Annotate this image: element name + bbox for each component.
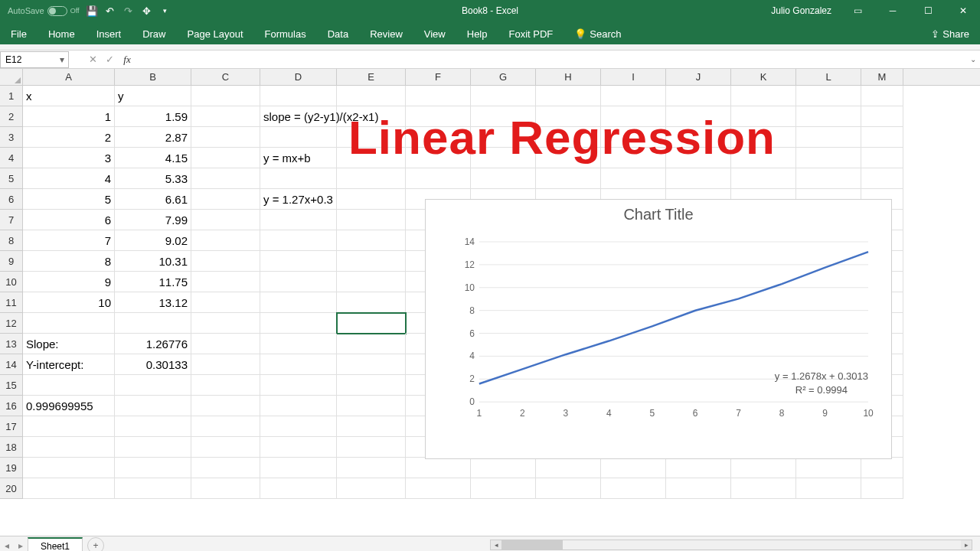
cell-C13[interactable]: [191, 334, 260, 354]
cell-D19[interactable]: [260, 458, 337, 478]
cell-E14[interactable]: [337, 354, 406, 375]
cell-D2[interactable]: slope = (y2-y1)/(x2-x1): [260, 106, 337, 127]
cell-D11[interactable]: [260, 292, 337, 313]
cell-B1[interactable]: y: [115, 86, 191, 106]
col-header[interactable]: D: [260, 69, 337, 85]
cell-G19[interactable]: [471, 458, 536, 478]
cell-A19[interactable]: [23, 458, 115, 478]
minimize-icon[interactable]: ─: [876, 0, 910, 21]
col-header[interactable]: B: [115, 69, 191, 85]
cell-K2[interactable]: [731, 106, 796, 127]
cell-K4[interactable]: [731, 148, 796, 168]
col-header[interactable]: G: [471, 69, 536, 85]
tab-page-layout[interactable]: Page Layout: [177, 24, 254, 44]
accept-formula-icon[interactable]: ✓: [101, 54, 118, 65]
cell-D1[interactable]: [260, 86, 337, 106]
cell-C6[interactable]: [191, 189, 260, 210]
cell-H2[interactable]: [536, 106, 601, 127]
name-box[interactable]: E12 ▾: [0, 51, 69, 68]
cell-D13[interactable]: [260, 334, 337, 354]
cell-L5[interactable]: [796, 168, 861, 189]
cell-F2[interactable]: [406, 106, 471, 127]
row-header[interactable]: 13: [0, 334, 23, 354]
cell-E9[interactable]: [337, 251, 406, 272]
cell-G5[interactable]: [471, 168, 536, 189]
cell-M20[interactable]: [861, 478, 903, 499]
cell-J20[interactable]: [666, 478, 731, 499]
cell-C9[interactable]: [191, 251, 260, 272]
close-icon[interactable]: ✕: [946, 0, 980, 21]
cell-E19[interactable]: [337, 458, 406, 478]
cell-K1[interactable]: [731, 86, 796, 106]
row-header[interactable]: 7: [0, 210, 23, 230]
cell-C16[interactable]: [191, 396, 260, 416]
cell-C7[interactable]: [191, 210, 260, 230]
cell-F19[interactable]: [406, 458, 471, 478]
row-header[interactable]: 11: [0, 292, 23, 313]
row-header[interactable]: 18: [0, 437, 23, 458]
cell-B2[interactable]: 1.59: [115, 106, 191, 127]
cell-E12[interactable]: [337, 313, 406, 334]
cell-C12[interactable]: [191, 313, 260, 334]
col-header[interactable]: I: [601, 69, 666, 85]
cell-D18[interactable]: [260, 437, 337, 458]
cell-J3[interactable]: [666, 127, 731, 148]
cell-E10[interactable]: [337, 272, 406, 292]
cell-B11[interactable]: 13.12: [115, 292, 191, 313]
row-header[interactable]: 5: [0, 168, 23, 189]
cell-I1[interactable]: [601, 86, 666, 106]
sheet-nav-prev-icon[interactable]: ◂: [0, 540, 14, 551]
row-header[interactable]: 12: [0, 313, 23, 334]
cell-B4[interactable]: 4.15: [115, 148, 191, 168]
search-button[interactable]: 💡 Search: [564, 24, 632, 44]
cell-H1[interactable]: [536, 86, 601, 106]
cell-E11[interactable]: [337, 292, 406, 313]
sheet-nav-next-icon[interactable]: ▸: [14, 540, 28, 551]
cell-E5[interactable]: [337, 168, 406, 189]
cell-C18[interactable]: [191, 437, 260, 458]
cell-A12[interactable]: [23, 313, 115, 334]
cell-D5[interactable]: [260, 168, 337, 189]
cell-B18[interactable]: [115, 437, 191, 458]
cell-I20[interactable]: [601, 478, 666, 499]
row-header[interactable]: 2: [0, 106, 23, 127]
cell-D17[interactable]: [260, 416, 337, 437]
tab-foxit-pdf[interactable]: Foxit PDF: [498, 24, 564, 44]
expand-formula-bar-icon[interactable]: ⌄: [966, 55, 980, 64]
cell-L2[interactable]: [796, 106, 861, 127]
qat-customize-icon[interactable]: ▾: [159, 5, 172, 17]
cell-E18[interactable]: [337, 437, 406, 458]
cell-H5[interactable]: [536, 168, 601, 189]
cell-M4[interactable]: [861, 148, 903, 168]
cell-K3[interactable]: [731, 127, 796, 148]
cell-C15[interactable]: [191, 375, 260, 396]
cell-E13[interactable]: [337, 334, 406, 354]
cancel-formula-icon[interactable]: ✕: [84, 54, 101, 65]
cell-C4[interactable]: [191, 148, 260, 168]
cell-F5[interactable]: [406, 168, 471, 189]
cell-A8[interactable]: 7: [23, 230, 115, 251]
cell-B3[interactable]: 2.87: [115, 127, 191, 148]
row-header[interactable]: 1: [0, 86, 23, 106]
col-header[interactable]: E: [337, 69, 406, 85]
cell-E4[interactable]: [337, 148, 406, 168]
save-icon[interactable]: 💾: [86, 5, 98, 17]
cell-L19[interactable]: [796, 458, 861, 478]
col-header[interactable]: M: [861, 69, 903, 85]
cell-D8[interactable]: [260, 230, 337, 251]
tab-formulas[interactable]: Formulas: [254, 24, 317, 44]
tab-file[interactable]: File: [0, 24, 38, 44]
cell-M2[interactable]: [861, 106, 903, 127]
cell-E16[interactable]: [337, 396, 406, 416]
row-header[interactable]: 10: [0, 272, 23, 292]
cell-C2[interactable]: [191, 106, 260, 127]
cell-K5[interactable]: [731, 168, 796, 189]
cell-B6[interactable]: 6.61: [115, 189, 191, 210]
cell-G1[interactable]: [471, 86, 536, 106]
scroll-thumb[interactable]: [501, 540, 563, 549]
cell-A9[interactable]: 8: [23, 251, 115, 272]
cell-B16[interactable]: [115, 396, 191, 416]
undo-icon[interactable]: ↶: [104, 5, 116, 17]
cell-E17[interactable]: [337, 416, 406, 437]
cell-C3[interactable]: [191, 127, 260, 148]
